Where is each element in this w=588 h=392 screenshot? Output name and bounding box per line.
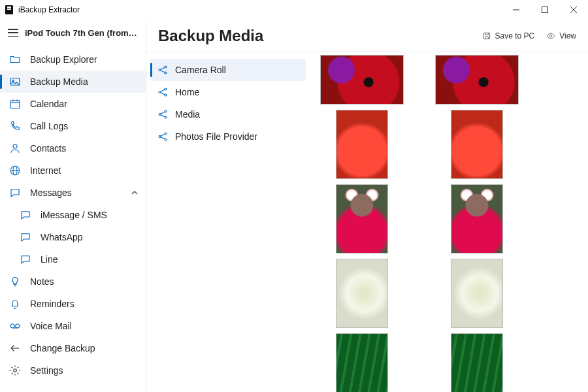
svg-line-38 [161,115,165,117]
sidebar-item-reminders[interactable]: Reminders [0,293,146,315]
sidebar-item-label: Voice Mail [30,321,72,331]
calendar-icon [9,98,21,110]
thumbnail-grid[interactable] [310,52,588,392]
svg-point-29 [159,91,161,93]
lightbulb-icon [9,276,21,287]
voicemail-icon [9,320,21,332]
chat-icon [20,209,31,221]
svg-point-17 [10,324,14,328]
share-nodes-icon [157,86,169,98]
svg-point-30 [165,88,167,90]
share-nodes-icon [157,131,169,142]
globe-icon [9,165,21,176]
svg-line-32 [161,90,165,91]
arrow-left-icon [9,342,21,354]
svg-rect-9 [10,101,20,108]
svg-line-27 [161,67,165,69]
image-icon [9,76,21,88]
album-label: Media [175,109,200,120]
view-button[interactable]: View [546,31,576,41]
sidebar-item-internet[interactable]: Internet [0,159,146,182]
sidebar-item-label: Settings [30,365,63,376]
sidebar-item-call-logs[interactable]: Call Logs [0,115,146,137]
sidebar-item-notes[interactable]: Notes [0,270,146,293]
svg-point-34 [159,114,161,116]
album-item-photos-file-provider[interactable]: Photos File Provider [150,125,306,148]
device-name: iPod Touch 7th Gen (from To… [25,28,138,38]
chat-icon [9,187,21,199]
minimize-button[interactable] [502,0,531,20]
chevron-up-icon [131,188,138,198]
photo-thumbnail[interactable] [320,55,404,105]
sidebar-item-label: Reminders [30,299,74,309]
sidebar-item-contacts[interactable]: Contacts [0,137,146,159]
sidebar-item-label: WhatsApp [41,232,83,242]
sidebar-item-label: Backup Media [30,76,88,87]
album-item-home[interactable]: Home [150,81,306,103]
sidebar-item-backup-media[interactable]: Backup Media [0,71,146,93]
svg-point-18 [16,324,20,328]
sidebar: iPod Touch 7th Gen (from To… Backup Expl… [0,20,146,392]
svg-point-35 [165,110,167,112]
album-list: Camera Roll Home Media Photos File Provi… [146,52,310,392]
sidebar-item-label: Internet [30,165,61,176]
svg-line-42 [161,134,165,136]
svg-point-25 [165,66,167,68]
sidebar-item-calendar[interactable]: Calendar [0,93,146,115]
sidebar-item-backup-explorer[interactable]: Backup Explorer [0,48,146,71]
svg-point-21 [14,369,17,372]
save-label: Save to PC [495,31,535,41]
photo-thumbnail[interactable] [451,259,503,328]
maximize-button[interactable] [531,0,559,20]
photo-thumbnail[interactable] [336,184,388,253]
sidebar-item-messages[interactable]: Messages [0,182,146,204]
app-icon [4,5,14,15]
photo-thumbnail[interactable] [336,110,388,179]
sidebar-item-label: Line [41,254,57,265]
sidebar-item-label: Messages [30,188,72,198]
sidebar-item-change-backup[interactable]: Change Backup [0,337,146,359]
photo-thumbnail[interactable] [336,333,388,392]
sidebar-item-voice-mail[interactable]: Voice Mail [0,315,146,337]
close-button[interactable] [559,0,588,20]
svg-point-26 [165,72,167,74]
photo-thumbnail[interactable] [451,110,503,179]
sidebar-item-label: iMessage / SMS [41,210,107,220]
menu-button[interactable] [8,29,18,37]
svg-rect-22 [483,33,489,39]
page-title: Backup Media [158,27,263,45]
sidebar-item-label: Calendar [30,99,67,109]
svg-point-31 [165,94,167,96]
chat-icon [20,231,31,243]
svg-rect-1 [7,7,11,8]
album-label: Home [175,87,199,97]
svg-line-28 [161,71,165,73]
sidebar-item-line[interactable]: Line [0,248,146,270]
window-controls [502,0,588,20]
bell-icon [9,298,21,310]
album-item-media[interactable]: Media [150,103,306,125]
share-nodes-icon [157,108,169,120]
sidebar-item-settings[interactable]: Settings [0,359,146,382]
photo-thumbnail[interactable] [451,333,503,392]
svg-point-23 [549,35,552,37]
app-name: iBackup Extractor [18,5,80,14]
save-to-pc-button[interactable]: Save to PC [482,31,535,41]
svg-point-36 [165,116,167,118]
photo-thumbnail[interactable] [435,55,519,105]
sidebar-list: Backup Explorer Backup Media Calendar Ca… [0,46,146,392]
album-label: Camera Roll [175,65,226,75]
svg-point-24 [159,69,161,71]
content: Backup Media Save to PC View Camera Roll [146,20,588,392]
save-icon [482,31,491,41]
svg-point-13 [13,144,17,148]
chat-icon [20,253,31,265]
album-item-camera-roll[interactable]: Camera Roll [150,59,306,81]
titlebar: iBackup Extractor [0,0,588,20]
photo-thumbnail[interactable] [336,259,388,328]
view-label: View [559,31,576,41]
svg-point-40 [165,133,167,135]
sidebar-item-imessage-sms[interactable]: iMessage / SMS [0,204,146,226]
sidebar-item-whatsapp[interactable]: WhatsApp [0,226,146,248]
photo-thumbnail[interactable] [451,184,503,253]
